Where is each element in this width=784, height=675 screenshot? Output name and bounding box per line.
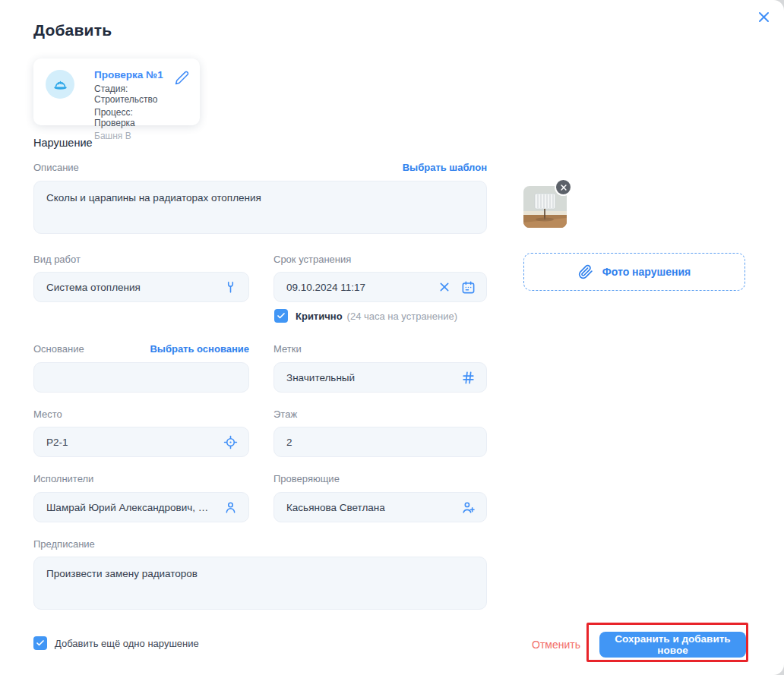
prescription-label: Предписание	[33, 538, 95, 550]
place-label: Место	[33, 408, 62, 420]
deadline-input[interactable]	[286, 282, 431, 293]
photo-thumbnail[interactable]	[523, 186, 567, 228]
save-and-add-button[interactable]: Сохранить и добавить новое	[599, 632, 746, 658]
inspection-building: Башня В	[94, 131, 169, 141]
critical-checkbox[interactable]	[274, 309, 288, 323]
prescription-textarea[interactable]: Произвести замену радиаторов	[46, 567, 474, 599]
close-icon	[757, 10, 771, 27]
prescription-field-box: Произвести замену радиаторов	[33, 557, 487, 610]
inspectors-field-box	[273, 492, 487, 522]
critical-row: Критично (24 часа на устранение)	[274, 309, 457, 323]
basis-label: Основание	[33, 343, 84, 355]
inspection-card: Проверка №1 Стадия: Строительство Процес…	[33, 58, 200, 125]
close-button[interactable]	[754, 9, 773, 27]
hash-icon[interactable]	[461, 371, 476, 385]
description-label: Описание	[33, 162, 79, 173]
person-icon[interactable]	[223, 500, 238, 515]
floor-label: Этаж	[273, 408, 297, 420]
add-violation-dialog: Добавить Проверка №1 Стадия: Строительст…	[0, 0, 784, 675]
basis-header: Основание Выбрать основание	[33, 343, 249, 355]
section-title-violation: Нарушение	[33, 137, 93, 149]
work-type-field-box	[33, 272, 249, 302]
choose-template-link[interactable]: Выбрать шаблон	[403, 162, 487, 173]
wrench-icon[interactable]	[223, 280, 238, 295]
deadline-label: Срок устранения	[273, 254, 351, 265]
inspectors-input[interactable]	[286, 502, 454, 513]
location-crosshair-icon[interactable]	[223, 435, 238, 449]
person-add-icon[interactable]	[461, 500, 476, 515]
executors-label: Исполнители	[33, 473, 93, 484]
upload-photo-label: Фото нарушения	[602, 266, 691, 278]
page-title: Добавить	[33, 21, 112, 39]
deadline-field-box	[273, 272, 487, 302]
tags-label: Метки	[273, 343, 302, 355]
upload-photo-button[interactable]: Фото нарушения	[523, 253, 745, 291]
paperclip-icon	[578, 264, 593, 279]
clear-icon[interactable]	[438, 281, 450, 293]
description-field-box: Сколы и царапины на радиаторах отопления	[33, 181, 487, 234]
calendar-icon[interactable]	[461, 280, 476, 295]
edit-inspection-button[interactable]	[175, 71, 189, 88]
floor-input[interactable]	[286, 437, 476, 448]
basis-input[interactable]	[46, 372, 238, 383]
add-another-label: Добавить ещё одно нарушение	[55, 638, 199, 649]
cancel-button[interactable]: Отменить	[532, 639, 580, 651]
place-input[interactable]	[46, 437, 216, 448]
critical-label: Критично	[296, 311, 343, 322]
place-field-box	[33, 427, 249, 457]
work-type-input[interactable]	[46, 282, 216, 293]
inspection-stage: Стадия: Строительство	[94, 84, 169, 105]
remove-photo-button[interactable]	[555, 178, 572, 196]
inspection-process: Процесс: Проверка	[94, 107, 169, 128]
inspectors-label: Проверяющие	[273, 473, 340, 484]
tags-input[interactable]	[286, 372, 454, 383]
remove-photo-x-icon	[560, 181, 567, 194]
description-header: Описание Выбрать шаблон	[33, 162, 487, 173]
basis-field-box	[33, 362, 249, 393]
add-another-checkbox[interactable]	[33, 636, 47, 650]
description-textarea[interactable]: Сколы и царапины на радиаторах отопления	[46, 191, 474, 223]
floor-field-box	[273, 427, 487, 457]
pencil-icon	[175, 74, 189, 87]
add-another-row: Добавить ещё одно нарушение	[33, 636, 199, 650]
hard-hat-icon	[46, 70, 74, 99]
executors-input[interactable]	[46, 502, 216, 513]
executors-field-box	[33, 492, 249, 522]
work-type-label: Вид работ	[33, 254, 81, 265]
tags-field-box	[273, 362, 487, 393]
choose-basis-link[interactable]: Выбрать основание	[150, 343, 249, 355]
critical-hint: (24 часа на устранение)	[347, 311, 457, 322]
inspection-link[interactable]: Проверка №1	[94, 69, 169, 80]
